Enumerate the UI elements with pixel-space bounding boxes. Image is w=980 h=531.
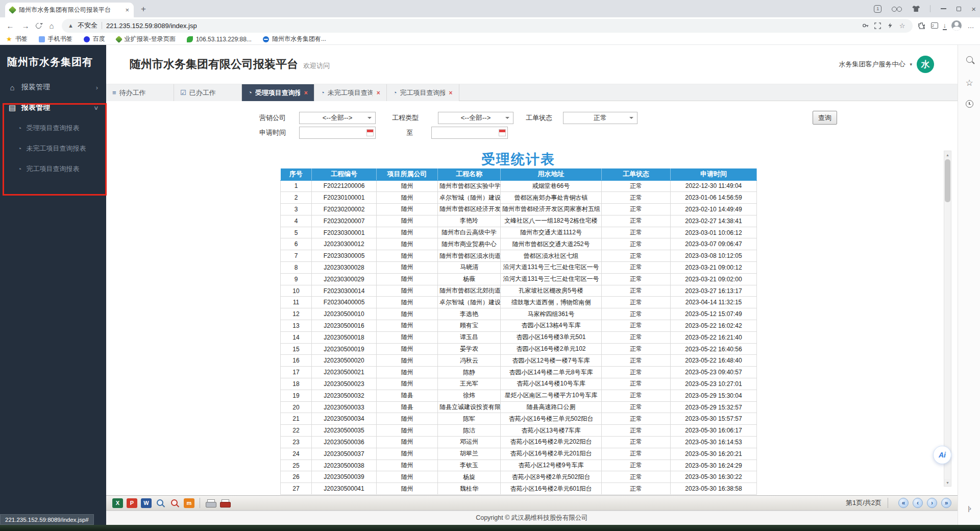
browser-tab[interactable]: 随州市水务集团有限公司报装平台 × [5,3,134,17]
password-key-icon[interactable] [862,21,870,30]
apply-date-end-input[interactable] [431,127,508,139]
zoom-preview-icon[interactable] [155,498,166,508]
collapse-panel-icon[interactable]: |› [958,504,980,512]
cell: 正常 [602,483,671,495]
sidebar-subitem[interactable]: ◔受理项目查询报表 [0,118,106,138]
lightning-icon[interactable] [886,21,894,30]
print-icon[interactable] [205,498,216,508]
close-window-button[interactable]: × [971,5,976,13]
pie-icon: ◔ [248,89,252,96]
tab-finished-report[interactable]: ◔完工项目查询报表× [387,84,459,101]
tab-unfinished-report[interactable]: ◔未完工项目查询报表× [314,84,387,101]
tab-counter-icon[interactable]: 1 [874,5,881,13]
browser-toolbar: ← → ⌂ ▲ 不安全 221.235.152.59:8089/index.js… [0,17,980,34]
close-tab-icon[interactable]: × [125,6,129,14]
cell: 23 [281,437,312,448]
chevron-right-icon: › [96,84,98,91]
cell: J20230300028 [312,262,377,274]
export-word-icon[interactable]: W [141,498,152,508]
table-row: 5F20230300001随州随州市白云高级中学随州市交通大道1112号正常20… [281,227,757,238]
close-tab-icon[interactable]: × [449,89,453,96]
cell: F20221200006 [312,180,377,192]
apply-date-start-input[interactable] [299,127,376,139]
cell: 沿河大道131号三七三处住宅区一号 [501,273,602,285]
ai-assistant-button[interactable]: Ai [933,446,951,464]
bookmark-item[interactable]: 手机书签 [39,35,72,43]
bookmark-item[interactable]: ★书签 [6,35,28,43]
order-status-select[interactable]: 正常 [563,112,638,124]
bookmark-item[interactable]: 106.53.113.229:88... [187,36,252,43]
cell: 正常 [602,180,671,192]
bookmark-item[interactable]: 随州市水务集团有... [263,35,326,43]
cell: 正常 [602,204,671,215]
tab-label: 待办工作 [119,88,146,98]
close-tab-icon[interactable]: × [304,89,308,96]
scroll-down-icon[interactable]: ▼ [944,479,951,486]
cell: J20230500019 [312,343,377,355]
sidebar-subitem[interactable]: ◔未完工项目查询报表 [0,138,106,159]
cell: 马家榨四组361号 [501,308,602,320]
reading-glasses-icon[interactable] [892,7,902,11]
project-type-select[interactable]: <--全部--> [438,112,513,124]
tab-todo[interactable]: ≡待办工作 [106,84,174,101]
cell: 正常 [602,320,671,332]
theme-shirt-icon[interactable] [912,6,920,12]
avatar[interactable]: 水 [917,56,934,73]
export-mht-icon[interactable]: m [184,498,194,508]
address-bar[interactable]: ▲ 不安全 221.235.152.59:8089/index.jsp ☆ [62,19,913,33]
table-row: 24J20230500037随州胡翠兰杏苑小区16号楼2单元201阳台正常202… [281,448,757,460]
export-pdf-icon[interactable]: P [127,498,137,508]
history-clock-icon[interactable] [958,100,980,108]
cell: J20230500010 [312,308,377,320]
user-menu[interactable]: 水务集团客户服务中心 ▾ 水 [839,56,934,73]
print-pdf-icon[interactable] [219,498,230,508]
bookmark-star-icon[interactable]: ☆ [898,21,906,30]
cell: 卓尔智城（随州）建设 [438,192,501,204]
export-excel-icon[interactable]: X [112,498,123,508]
sidebar-subitem-label: 完工项目查询报表 [26,164,79,174]
next-page-button[interactable]: › [927,498,937,508]
reload-button[interactable] [35,21,43,30]
pagination-info: 第1页/共2页 [846,498,881,508]
cell: 2023-05-22 16:02:42 [671,320,757,332]
page: 随州市水务集团有 ⌂ 报装管理 › ▤ 报表管理 ˅ ◔受理项目查询报表◔未完工… [0,45,980,531]
minimize-button[interactable] [941,8,946,9]
first-page-button[interactable]: « [898,498,909,508]
download-icon[interactable]: ↓ [943,22,947,30]
select-value: <--全部--> [323,113,353,123]
search-icon[interactable] [958,56,980,63]
calendar-icon[interactable] [366,129,374,136]
screenshot-icon[interactable] [874,21,882,30]
cell: 随州 [377,227,438,238]
scroll-thumb[interactable] [945,159,950,202]
back-button[interactable]: ← [5,21,15,30]
more-menu-icon[interactable]: … [967,21,975,30]
forward-button[interactable]: → [20,21,31,30]
prev-page-button[interactable]: ‹ [913,498,923,508]
bookmark-item[interactable]: 百度 [84,35,105,43]
sidebar-subitem[interactable]: ◔完工项目查询报表 [0,159,106,179]
home-button[interactable]: ⌂ [46,21,57,30]
marketing-company-select[interactable]: <--全部--> [299,112,376,124]
profile-avatar[interactable] [951,20,962,31]
cell: 随州 [377,483,438,495]
tab-done[interactable]: ☑已办工作 [174,84,242,101]
new-tab-button[interactable]: + [137,3,150,16]
favorites-star-icon[interactable]: ☆ [958,78,980,88]
divider [930,5,930,12]
bookmark-item[interactable]: 业扩报装-登录页面 [116,35,176,43]
vertical-scrollbar[interactable]: ▲ ▼ [944,151,951,487]
split-screen-icon[interactable]: 2 [931,22,938,29]
query-button[interactable]: 查询 [813,111,837,125]
close-tab-icon[interactable]: × [377,89,380,96]
scroll-up-icon[interactable]: ▲ [944,151,951,158]
sidebar-item-baozhuang[interactable]: ⌂ 报装管理 › [0,77,106,98]
sidebar-item-baobiao[interactable]: ▤ 报表管理 ˅ [0,98,106,118]
cell: F20230300014 [312,285,377,297]
extensions-puzzle-icon[interactable] [918,21,926,30]
zoom-preview-pdf-icon[interactable] [169,498,180,508]
tab-accepted-report[interactable]: ◔受理项目查询报表× [242,84,314,101]
last-page-button[interactable]: » [941,498,951,508]
maximize-button[interactable] [957,7,961,11]
calendar-icon[interactable] [499,129,506,136]
